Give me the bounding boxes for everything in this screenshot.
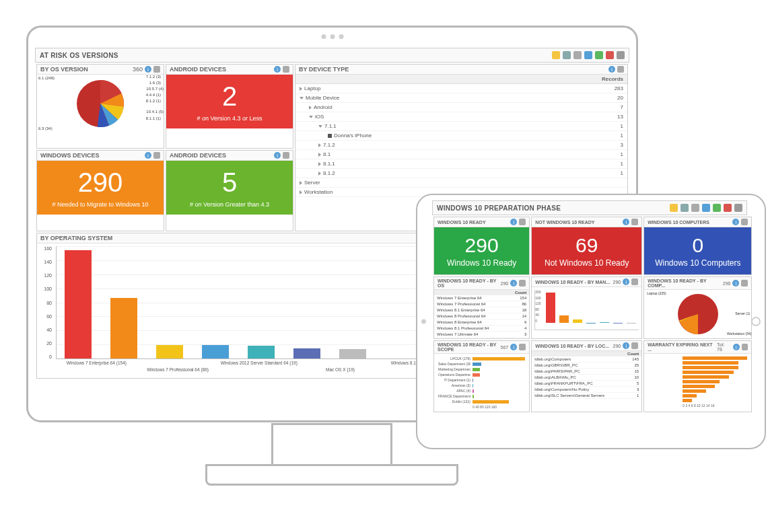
hbar-row[interactable] [648, 394, 747, 397]
filter-icon[interactable] [563, 51, 571, 59]
hbar-row[interactable]: Operations Department (24) [438, 373, 525, 377]
info-icon[interactable]: i [145, 152, 151, 159]
table-row[interactable]: Windows 8 Professional 6414 [434, 313, 529, 319]
metric-win10-computers[interactable]: 0 Windows 10 Computers [644, 227, 751, 274]
table-row[interactable]: ldlab.org\FRANKFURT\FRA_PC5 [532, 381, 641, 387]
link-icon[interactable] [519, 219, 526, 225]
bar[interactable] [573, 319, 582, 323]
hbar-row[interactable]: LHCUK (176) [438, 356, 525, 360]
expand-icon[interactable] [318, 162, 321, 166]
metric-android-43[interactable]: 2 # on Version 4.3 or Less [166, 75, 293, 128]
table-row[interactable]: Windows 8.1 Professional 644 [434, 326, 529, 332]
expand-icon[interactable] [300, 181, 302, 185]
table-row[interactable]: Windows 7 Ultimate 643 [434, 332, 529, 338]
link-icon[interactable] [741, 280, 748, 287]
table-row[interactable]: ldlab.org\Computers145 [532, 356, 641, 363]
expand-icon[interactable] [318, 143, 321, 147]
globe-icon[interactable] [702, 204, 710, 212]
grid-icon[interactable] [691, 204, 699, 212]
refresh-icon[interactable] [595, 51, 603, 59]
info-icon[interactable]: i [623, 219, 629, 225]
metric-not-win10-ready[interactable]: 69 Not Windows 10 Ready [532, 227, 641, 274]
bar[interactable] [248, 346, 275, 358]
link-icon[interactable] [283, 66, 289, 73]
tree-row[interactable]: 8.11 [295, 150, 627, 159]
pie-chart-os-version[interactable]: 6.1 (248) 7.1.2 (3) 1.6 (3) 10.5.7 (4) 4… [37, 75, 164, 132]
metric-android-gt43[interactable]: 5 # on Version Greater than 4.3 [166, 161, 293, 215]
table-row[interactable]: ldlab.org\SLC Servers\General Servers1 [532, 393, 641, 399]
link-icon[interactable] [741, 219, 748, 225]
info-icon[interactable]: i [732, 219, 739, 225]
info-icon[interactable]: i [510, 219, 517, 225]
hbar-row[interactable]: Sales Department (30) [438, 362, 525, 366]
table-row[interactable]: ldlab.org\Computers\No Policy3 [532, 387, 641, 393]
expand-icon[interactable] [300, 97, 304, 100]
info-icon[interactable]: i [733, 344, 740, 350]
ready-by-loc-table[interactable]: Count ldlab.org\Computers145ldlab.org\GB… [532, 351, 641, 399]
table-row[interactable]: Windows 7 Professional 6486 [434, 301, 529, 307]
hbar-row[interactable]: Americas (2) [438, 383, 525, 387]
link-icon[interactable] [153, 66, 160, 73]
manufacturer-bar-chart[interactable]: 20016012080400 [534, 290, 639, 330]
bar[interactable] [110, 298, 137, 358]
expand-icon[interactable] [318, 153, 321, 157]
hbar-row[interactable] [648, 356, 747, 360]
expand-icon[interactable] [309, 106, 312, 110]
bar[interactable] [339, 349, 366, 358]
tree-row[interactable]: Mobile Device20 [295, 93, 627, 103]
table-row[interactable]: ldlab.org\ALBA\Mu_PC10 [532, 375, 641, 381]
bar[interactable] [156, 345, 183, 358]
table-row[interactable]: ldlab.org\PARIS\PAR_PC15 [532, 369, 641, 375]
bar[interactable] [293, 348, 320, 358]
expand-icon[interactable] [309, 116, 313, 118]
hbar-row[interactable] [648, 385, 747, 388]
hbar-row[interactable] [648, 389, 747, 393]
scope-hbar-chart[interactable]: LHCUK (176)Sales Department (30)Marketin… [434, 354, 529, 412]
hbar-row[interactable]: APAC (4) [438, 389, 525, 393]
star-icon[interactable] [670, 204, 678, 212]
user-icon[interactable] [724, 204, 732, 212]
info-icon[interactable]: i [510, 280, 517, 287]
metric-win10-ready[interactable]: 290 Windows 10 Ready [434, 227, 529, 274]
link-icon[interactable] [519, 280, 526, 287]
grid-icon[interactable] [573, 51, 582, 59]
table-row[interactable]: Windows 8 Enterprise 649 [434, 319, 529, 326]
warranty-hbar-chart[interactable]: 0 2 4 6 8 10 12 14 16 [644, 354, 751, 410]
link-icon[interactable] [631, 219, 638, 225]
tablet-home-button[interactable] [751, 317, 761, 326]
settings-icon[interactable] [734, 204, 742, 212]
expand-icon[interactable] [318, 125, 322, 128]
settings-icon[interactable] [617, 51, 625, 59]
table-row[interactable]: Windows 8.1 Enterprise 6418 [434, 307, 529, 313]
expand-icon[interactable] [300, 87, 302, 91]
pie-chart-comp-type[interactable]: Laptop (235) Server (1) Workstation (54) [644, 290, 751, 338]
star-icon[interactable] [552, 51, 560, 59]
expand-icon[interactable] [328, 134, 332, 138]
info-icon[interactable]: i [274, 152, 281, 159]
table-row[interactable]: Windows 7 Enterprise 64154 [434, 295, 529, 301]
refresh-icon[interactable] [713, 204, 721, 212]
hbar-row[interactable] [648, 399, 747, 402]
hbar-row[interactable] [648, 366, 747, 369]
link-icon[interactable] [283, 152, 289, 159]
link-icon[interactable] [631, 342, 638, 349]
hbar-row[interactable]: Dublin (121) [438, 400, 525, 404]
tree-row[interactable]: Laptop283 [295, 84, 627, 93]
metric-windows-devices[interactable]: 290 # Needed to Migrate to Windows 10 [37, 161, 164, 215]
info-icon[interactable]: i [274, 66, 281, 73]
info-icon[interactable]: i [732, 280, 739, 287]
info-icon[interactable]: i [145, 66, 151, 73]
info-icon[interactable]: i [623, 278, 629, 285]
bar[interactable] [202, 345, 229, 358]
expand-icon[interactable] [318, 172, 321, 176]
table-row[interactable]: ldlab.org\GBR\GBR_PC25 [532, 363, 641, 369]
link-icon[interactable] [153, 152, 160, 159]
hbar-row[interactable] [648, 380, 747, 383]
link-icon[interactable] [631, 278, 638, 285]
tree-row[interactable]: 7.1.11 [295, 122, 627, 131]
tree-row[interactable]: 7.1.23 [295, 141, 627, 150]
hbar-row[interactable]: IT Department (1) [438, 378, 525, 382]
tree-row[interactable]: iOS13 [295, 112, 627, 122]
info-icon[interactable]: i [510, 344, 517, 350]
hbar-row[interactable]: FRANCE Department (5) [438, 394, 525, 398]
